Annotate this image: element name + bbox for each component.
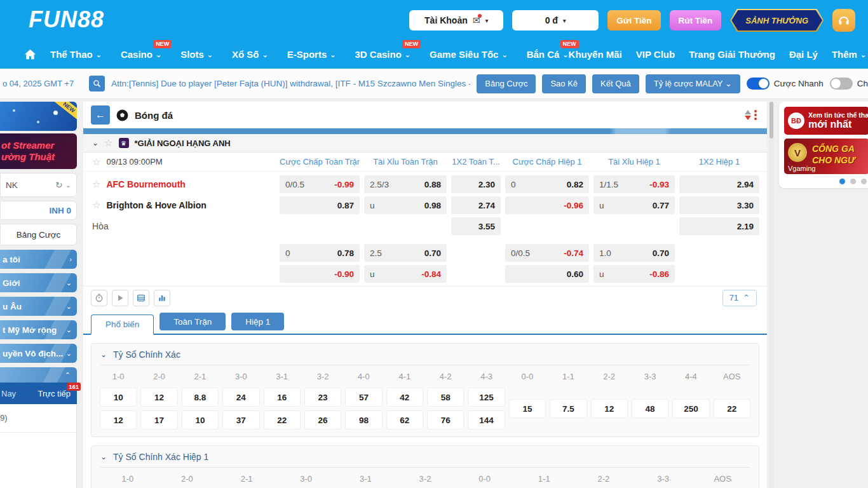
sidebar-item-gi-i[interactable]: Giới⌄ (0, 273, 77, 292)
stats-chart-icon[interactable] (154, 290, 170, 306)
odds-cell[interactable]: 0/0.5-0.99 (280, 175, 360, 193)
odds-cell[interactable]: 2.30 (451, 175, 501, 193)
withdraw-button[interactable]: Rút Tiền (670, 10, 722, 30)
odds-cell[interactable]: 3.55 (451, 217, 501, 235)
team-favorite-star-icon[interactable]: ☆ (92, 179, 100, 190)
odds-cell[interactable]: 2.50.70 (364, 244, 447, 262)
mode-toggle[interactable] (830, 78, 853, 90)
score-odds-button[interactable]: 12 (100, 411, 136, 429)
home-icon[interactable] (24, 49, 36, 60)
refresh-icon[interactable]: ↻ (55, 180, 63, 190)
score-odds-button[interactable]: 125 (468, 388, 504, 406)
balance-dropdown[interactable]: 0 đ ▾ (512, 10, 599, 30)
score-odds-button[interactable]: 42 (387, 388, 423, 406)
score-odds-button[interactable]: 62 (387, 411, 423, 429)
bank-selector[interactable]: NK ↻ ⌄ (0, 173, 77, 197)
results-button[interactable]: Kết Quả (592, 74, 639, 93)
sidebar-item-u-u[interactable]: u Âu⌄ (0, 297, 77, 316)
odds-cell[interactable]: 0.87 (280, 196, 360, 214)
odds-cell[interactable]: 0/0.5-0.74 (505, 244, 589, 262)
odds-cell[interactable]: u0.98 (364, 196, 447, 214)
odds-cell[interactable]: u-0.84 (364, 265, 447, 283)
bet-slip-button[interactable]: Bảng Cược (477, 74, 536, 93)
score-odds-button[interactable]: 37 (223, 411, 259, 429)
tab-live[interactable]: Trực tiếp 161 (37, 389, 73, 398)
sidebar-item-uy-n-v-ch[interactable]: uyền Vô địch...⌄ (0, 344, 77, 363)
score-odds-button[interactable]: 98 (346, 411, 381, 429)
odds-cell[interactable]: -0.90 (280, 265, 360, 283)
quick-bet-toggle[interactable] (747, 78, 770, 90)
score-odds-button[interactable]: 7.5 (550, 400, 586, 417)
score-odds-button[interactable]: 250 (673, 400, 709, 417)
odds-cell[interactable]: 1/1.5-0.93 (593, 175, 675, 193)
vgaming-banner[interactable]: V Vgaming CỔNG GA CHO NGƯ (784, 139, 868, 174)
nav-item-khuy-n-m-i[interactable]: Khuyến Mãi (569, 49, 622, 60)
score-odds-button[interactable]: 15 (510, 400, 545, 417)
search-button[interactable] (89, 76, 105, 92)
content-scrollbar[interactable] (769, 102, 774, 488)
carousel-dot[interactable] (839, 179, 845, 184)
account-dropdown[interactable]: Tài Khoản ✉ ▾ (409, 10, 503, 30)
nav-item-slots[interactable]: Slots⌄ (180, 49, 213, 60)
score-odds-button[interactable]: 144 (468, 411, 504, 429)
score-odds-button[interactable]: 22 (714, 400, 750, 417)
nav-item-3d-casino[interactable]: 3D Casino⌄NEW (355, 49, 411, 60)
nav-item-casino[interactable]: Casino⌄NEW (121, 49, 161, 60)
odds-cell[interactable]: 2.19 (679, 217, 759, 235)
sort-filter-icon[interactable] (745, 110, 757, 120)
tab-popular[interactable]: Phổ biến (91, 315, 154, 335)
odds-cell[interactable]: u0.77 (593, 196, 675, 214)
sidebar-item-t-m-m-r-ng[interactable]: t Mỹ Mở rộng⌄ (0, 320, 77, 339)
score-odds-button[interactable]: 8.8 (182, 388, 218, 406)
sidebar-promo-banner[interactable]: NEW (0, 102, 77, 131)
carousel-dot[interactable] (850, 179, 856, 184)
streamer-banner[interactable]: ot Streamer ường Thuật (0, 133, 77, 169)
market-count-toggle[interactable]: 71 ⌃ (722, 290, 757, 306)
nav-item-e-sports[interactable]: E-Sports⌄ (287, 49, 336, 60)
play-icon[interactable] (112, 290, 128, 306)
tab-full-time[interactable]: Toàn Trận (159, 313, 226, 330)
nav-item-th-m[interactable]: Thêm⌄ (832, 49, 866, 60)
odds-cell[interactable]: 3.30 (679, 196, 759, 214)
nav-item-i-l[interactable]: Đại Lý (789, 49, 818, 60)
score-odds-button[interactable]: 57 (346, 388, 381, 406)
odds-cell[interactable]: -0.96 (505, 196, 589, 214)
score-odds-button[interactable]: 76 (428, 411, 463, 429)
sidebar-item-a-t-i[interactable]: a tôi› (0, 250, 77, 269)
score-odds-button[interactable]: 58 (428, 388, 463, 406)
score-odds-button[interactable]: 17 (141, 411, 177, 429)
section-header[interactable]: ⌄ Tỷ Số Chính Xác Hiệp 1 (100, 446, 750, 468)
nav-item-vip-club[interactable]: VIP Club (636, 49, 675, 60)
score-odds-button[interactable]: 24 (223, 388, 259, 406)
team-favorite-star-icon[interactable]: ☆ (92, 200, 100, 211)
odds-cell[interactable]: 0.60 (505, 265, 589, 283)
support-headset-button[interactable] (832, 9, 855, 32)
score-odds-button[interactable]: 10 (182, 411, 218, 429)
score-odds-button[interactable]: 23 (305, 388, 341, 406)
nav-item-th-thao[interactable]: Thể Thao⌄ (50, 49, 102, 60)
odds-cell[interactable]: 00.82 (505, 175, 589, 193)
score-odds-button[interactable]: 26 (305, 411, 341, 429)
league-row[interactable]: ⌄ ☆ ♛ *GIẢI NGOẠI HẠNG ANH (83, 134, 767, 152)
statement-button[interactable]: Sao Kê (542, 74, 586, 93)
score-odds-button[interactable]: 12 (141, 388, 177, 406)
sidebar-collapse-header[interactable]: ⌃ (0, 367, 77, 383)
nav-item-b-n-c[interactable]: Bắn Cá⌄NEW (527, 49, 569, 60)
section-header[interactable]: ⌄ Tỷ Số Chính Xác (100, 344, 750, 365)
odds-cell[interactable]: 00.78 (280, 244, 360, 262)
score-odds-button[interactable]: 12 (592, 400, 627, 417)
score-odds-button[interactable]: 16 (264, 388, 300, 406)
odds-cell[interactable]: 2.74 (451, 196, 501, 214)
score-odds-button[interactable]: 10 (100, 388, 136, 406)
back-button[interactable]: ← (91, 105, 110, 125)
odds-cell[interactable]: u-0.86 (593, 265, 675, 283)
sidebar-bet-slip-button[interactable]: Bảng Cược (0, 224, 77, 245)
match-favorite-star-icon[interactable]: ☆ (92, 156, 100, 168)
score-odds-button[interactable]: 48 (632, 400, 668, 417)
announcement-text[interactable]: Attn:[Tennis] Due to player [Peter Fajta… (111, 79, 470, 88)
odds-cell[interactable]: 1.00.70 (593, 244, 675, 262)
tab-today[interactable]: Nay (1, 389, 16, 398)
nav-item-game-si-u-t-c[interactable]: Game Siêu Tốc⌄ (430, 49, 508, 60)
league-favorite-star-icon[interactable]: ☆ (104, 137, 112, 149)
timer-icon[interactable] (91, 290, 107, 306)
